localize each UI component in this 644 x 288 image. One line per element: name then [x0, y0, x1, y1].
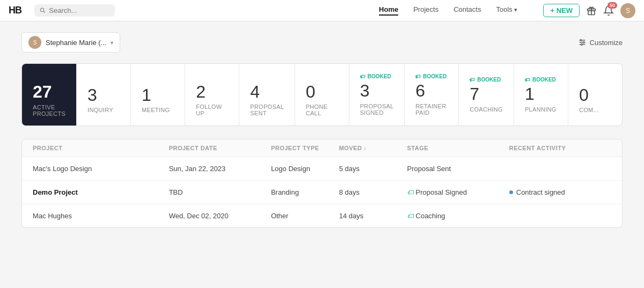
stat-label: PROPOSAL SIGNED: [360, 103, 394, 116]
td-stage: Proposal Sent: [407, 165, 509, 173]
table-col-moved[interactable]: MOVED ↕: [339, 145, 407, 151]
stat-card-0[interactable]: 27ACTIVE PROJECTS: [22, 64, 77, 125]
stat-booked-label: 🏷 BOOKED: [470, 77, 503, 83]
table-row[interactable]: Mac HughesWed, Dec 02, 2020Other14 days🏷…: [22, 204, 622, 227]
td-date: Wed, Dec 02, 2020: [169, 212, 271, 220]
td-date: Sun, Jan 22, 2023: [169, 165, 271, 173]
td-project: Demo Project: [33, 188, 169, 196]
table-col-project-date: PROJECT DATE: [169, 145, 271, 151]
stat-card-6[interactable]: 🏷 BOOKED3PROPOSAL SIGNED: [349, 64, 405, 125]
sort-icon: ↕: [364, 145, 367, 151]
table-col-project-type: PROJECT TYPE: [271, 145, 339, 151]
notifications-btn[interactable]: 50: [603, 5, 614, 16]
stat-card-2[interactable]: 1MEETING: [131, 64, 185, 125]
stat-number: 3: [87, 86, 120, 105]
table-row[interactable]: Demo ProjectTBDBranding8 days🏷Proposal S…: [22, 181, 622, 204]
nav-right: + NEW 50 S: [543, 3, 635, 18]
stat-number: 0: [579, 86, 611, 105]
nav-tools[interactable]: Tools ▾: [496, 5, 517, 16]
stat-number: 2: [196, 83, 228, 101]
stat-label: MEETING: [142, 107, 174, 113]
td-stage: 🏷Coaching: [407, 212, 509, 220]
main-content: S Stephanie Marie (... ▾ Customize 27ACT…: [0, 21, 644, 239]
user-selector-avatar: S: [28, 36, 41, 49]
stat-number: 6: [415, 82, 448, 100]
gift-icon: [586, 5, 597, 16]
svg-point-7: [580, 40, 582, 41]
stat-number: 1: [525, 85, 557, 104]
stat-label: COACHING: [470, 106, 503, 113]
stat-label: ACTIVE PROJECTS: [33, 104, 65, 117]
table-row[interactable]: Mac's Logo DesignSun, Jan 22, 2023Logo D…: [22, 157, 622, 181]
stage-flag: 🏷: [407, 212, 414, 220]
nav-home[interactable]: Home: [379, 5, 398, 16]
svg-point-8: [583, 42, 584, 43]
stat-label: PROPOSAL SENT: [250, 104, 284, 116]
td-stage: 🏷Proposal Signed: [407, 188, 509, 196]
stat-number: 3: [360, 82, 394, 100]
table-header: PROJECTPROJECT DATEPROJECT TYPEMOVED ↕ST…: [22, 139, 622, 157]
stage-flag: 🏷: [407, 189, 414, 196]
stat-card-1[interactable]: 3INQUIRY: [77, 64, 131, 125]
navbar: HB Home Projects Contacts Tools ▾ + NEW …: [0, 0, 644, 21]
td-date: TBD: [169, 188, 271, 196]
stat-card-4[interactable]: 4PROPOSAL SENT: [239, 64, 295, 125]
nav-projects[interactable]: Projects: [413, 5, 438, 16]
stat-card-3[interactable]: 2FOLLOW UP: [185, 64, 239, 125]
stat-card-9[interactable]: 🏷 BOOKED1PLANNING: [514, 64, 568, 125]
td-type: Logo Design: [271, 165, 339, 173]
td-activity: Contract signed: [509, 188, 611, 196]
stat-booked-label: 🏷 BOOKED: [415, 73, 448, 79]
search-box[interactable]: [34, 4, 115, 17]
user-selector-chevron: ▾: [111, 40, 113, 46]
stat-card-10[interactable]: 0COM...: [568, 64, 622, 125]
logo: HB: [9, 5, 21, 16]
stat-number: 0: [306, 83, 338, 101]
activity-dot: [509, 190, 513, 194]
td-type: Branding: [271, 188, 339, 196]
search-input[interactable]: [49, 6, 109, 14]
td-moved: 8 days: [339, 188, 407, 196]
stat-label: INQUIRY: [87, 107, 120, 113]
stat-label: RETAINER PAID: [415, 103, 448, 116]
stat-label: PLANNING: [525, 106, 557, 113]
tools-dropdown-arrow: ▾: [514, 6, 517, 13]
stat-number: 27: [33, 82, 65, 102]
stats-row: 27ACTIVE PROJECTS3INQUIRY1MEETING2FOLLOW…: [21, 63, 623, 126]
stat-card-8[interactable]: 🏷 BOOKED7COACHING: [459, 64, 514, 125]
td-moved: 14 days: [339, 212, 407, 220]
td-project: Mac Hughes: [33, 212, 169, 220]
table-col-stage: STAGE: [407, 145, 509, 151]
notification-badge: 50: [608, 2, 617, 9]
sliders-icon: [578, 38, 587, 47]
user-selector[interactable]: S Stephanie Marie (... ▾: [21, 32, 120, 53]
search-icon: [40, 7, 46, 14]
stat-booked-label: 🏷 BOOKED: [360, 73, 394, 79]
svg-point-0: [40, 8, 43, 11]
stat-label: FOLLOW UP: [196, 104, 228, 116]
nav-contacts[interactable]: Contacts: [453, 5, 481, 16]
projects-table: PROJECTPROJECT DATEPROJECT TYPEMOVED ↕ST…: [21, 139, 623, 228]
stat-label: COM...: [579, 107, 611, 113]
svg-line-1: [43, 11, 45, 13]
stat-card-5[interactable]: 0PHONE CALL: [295, 64, 349, 125]
user-selector-name: Stephanie Marie (...: [46, 39, 106, 47]
table-col-project: PROJECT: [33, 145, 169, 151]
user-avatar[interactable]: S: [620, 3, 635, 18]
stat-booked-label: 🏷 BOOKED: [525, 77, 557, 83]
td-project: Mac's Logo Design: [33, 165, 169, 173]
gift-icon-btn[interactable]: [586, 5, 597, 16]
stat-number: 4: [250, 83, 284, 101]
nav-links: Home Projects Contacts Tools ▾: [379, 5, 517, 16]
stat-label: PHONE CALL: [306, 104, 338, 116]
td-type: Other: [271, 212, 339, 220]
svg-point-9: [581, 44, 582, 46]
stat-number: 1: [142, 86, 174, 105]
td-moved: 5 days: [339, 165, 407, 173]
stat-number: 7: [470, 85, 503, 104]
new-button[interactable]: + NEW: [543, 4, 580, 17]
customize-button[interactable]: Customize: [578, 38, 623, 47]
stat-card-7[interactable]: 🏷 BOOKED6RETAINER PAID: [405, 64, 459, 125]
user-bar: S Stephanie Marie (... ▾ Customize: [21, 32, 623, 53]
table-col-recent-activity: RECENT ACTIVITY: [509, 145, 611, 151]
